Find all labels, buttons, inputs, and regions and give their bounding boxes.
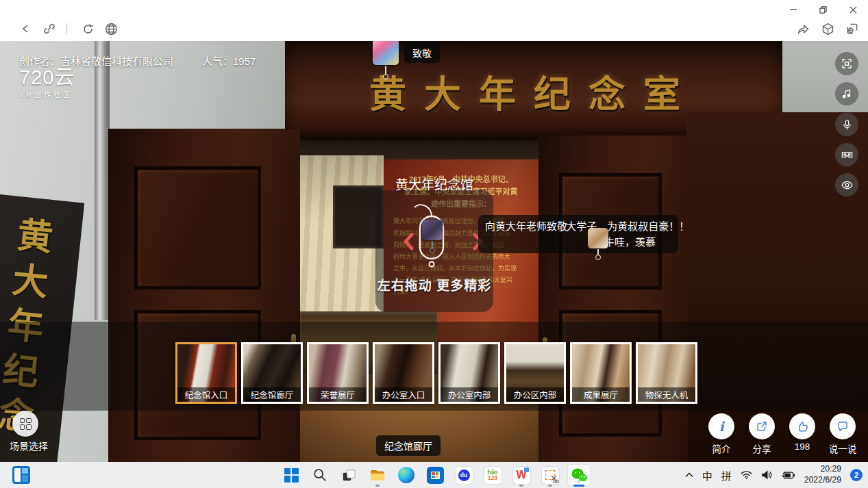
ime-mode-indicator[interactable]: 拼 [721, 468, 732, 483]
baidu-icon: du [456, 467, 473, 484]
thumbnail-scene[interactable]: 纪念馆入口 [175, 342, 237, 404]
float-window-icon[interactable] [844, 21, 860, 37]
creator-info: 创作者：吉林省敬信科技有限公司 人气：1957 [19, 53, 256, 68]
comment-text: 大学子，为黄叔叔自豪！！ [566, 220, 689, 232]
comment-bubble-group[interactable]: 向黄大年老师致敬 大学子，为黄叔叔自豪！！ 牛哇，羡慕 [478, 215, 678, 253]
scene-selector-button[interactable] [12, 411, 38, 437]
comment-text: 向黄大年老师致敬 [485, 220, 567, 232]
toolbar-divider: | [65, 21, 68, 35]
hotspot-pin [385, 66, 386, 75]
windows-taskbar: du hǎo123 W [0, 462, 868, 488]
notification-badge[interactable]: 2 [850, 469, 863, 481]
close-button[interactable] [843, 2, 863, 17]
file-explorer-icon [369, 467, 386, 483]
volume-icon[interactable] [761, 470, 772, 480]
share-icon[interactable] [795, 21, 811, 37]
thumbs-up-icon [789, 413, 815, 439]
wps-icon: W [513, 467, 530, 484]
scene-left-door [108, 129, 300, 462]
drag-hint-panel: 左右拖动 更多精彩 [375, 190, 493, 312]
search-icon [312, 467, 327, 483]
eye-button[interactable] [835, 173, 858, 196]
microphone-button[interactable] [835, 113, 858, 136]
drag-hint-text: 左右拖动 更多精彩 [375, 275, 493, 294]
thumbnail-scene[interactable]: 成果展厅 [570, 342, 632, 404]
microsoft-store-button[interactable] [421, 462, 449, 488]
scene-thumbnail-strip: 纪念馆入口 纪念馆廊厅 荣誉展厅 办公室入口 办公室内部 办公区内部 成果展厅 … [175, 342, 697, 404]
wps-office-button[interactable]: W [507, 462, 536, 488]
scene-metal-pole [95, 41, 110, 320]
minimize-button[interactable] [783, 2, 804, 17]
tribute-avatar[interactable] [373, 39, 399, 65]
thumbnail-scene[interactable]: 纪念馆廊厅 [241, 342, 303, 404]
system-tray: 中 拼 20:29 2022/6/29 2 [685, 462, 868, 488]
taskbar-center-icons: du hǎo123 W [277, 462, 593, 488]
tray-time: 20:29 [804, 464, 841, 475]
link-icon[interactable] [41, 21, 58, 37]
vr-goggles-button[interactable] [835, 143, 858, 166]
comment-avatar[interactable] [422, 220, 443, 240]
share-button[interactable]: 分享 [745, 413, 779, 455]
thumbnail-scene[interactable]: 办公区内部 [504, 342, 566, 404]
snip-tool-button[interactable] [536, 462, 565, 488]
hotspot-pin [597, 249, 599, 255]
grid-icon [20, 418, 32, 430]
comment-avatar-dog[interactable] [588, 228, 608, 248]
ime-language-indicator[interactable]: 中 [702, 468, 712, 483]
hao123-icon: hǎo123 [484, 467, 501, 484]
thumbnail-scene[interactable]: 办公室内部 [438, 342, 500, 404]
popularity-label: 人气：1957 [202, 53, 256, 68]
browser-titlebar: | [0, 0, 868, 41]
task-view-button[interactable] [334, 462, 363, 488]
wechat-button[interactable] [565, 462, 593, 488]
share-box-icon [749, 413, 775, 439]
music-button[interactable] [835, 82, 858, 105]
hotspot-label-gallery[interactable]: 纪念馆廊厅 [376, 435, 441, 456]
scene-selector-label: 场景选择 [3, 439, 55, 452]
fullscreen-button[interactable] [835, 52, 858, 75]
store-icon [427, 467, 444, 484]
cube-3d-icon[interactable] [819, 21, 836, 37]
like-button[interactable]: 198 [785, 413, 819, 455]
scene-right-door [538, 136, 688, 462]
thumbnail-scene[interactable]: 办公室入口 [373, 342, 434, 404]
snip-icon [542, 467, 559, 484]
creator-label: 创作者：吉林省敬信科技有限公司 [19, 53, 173, 68]
comment-button[interactable]: 说一说 [826, 413, 860, 455]
start-button[interactable] [277, 462, 306, 488]
action-bar: i 简介 分享 198 说一说 [704, 413, 860, 455]
thumbnail-scene[interactable]: 物探无人机 [636, 342, 697, 404]
pinned-app-icon[interactable] [12, 466, 30, 484]
restore-button[interactable] [813, 2, 833, 17]
tray-chevron-up[interactable] [685, 472, 693, 478]
scene-interior-ceiling [300, 140, 538, 161]
intro-button[interactable]: i 简介 [704, 413, 739, 455]
comment-text: 牛哇，羡慕 [604, 234, 671, 248]
wechat-icon [571, 467, 588, 483]
battery-icon[interactable] [781, 471, 795, 480]
edge-icon [398, 467, 414, 483]
tray-date: 2022/6/29 [804, 475, 841, 486]
thumbnail-scene[interactable]: 荣誉展厅 [307, 342, 369, 404]
baidu-app-button[interactable]: du [449, 462, 478, 488]
wifi-icon[interactable] [741, 470, 752, 480]
taskbar-clock[interactable]: 20:29 2022/6/29 [804, 464, 841, 486]
search-button[interactable] [306, 462, 334, 488]
refresh-icon[interactable] [79, 21, 96, 37]
globe-icon[interactable] [103, 21, 119, 37]
info-icon: i [719, 419, 723, 434]
windows-logo-icon [284, 468, 299, 483]
720yun-logo: 720云 VR创作社区 [19, 68, 75, 99]
hao123-button[interactable]: hǎo123 [478, 462, 507, 488]
file-explorer-button[interactable] [363, 462, 392, 488]
back-icon[interactable] [18, 21, 34, 37]
speech-bubble-icon [830, 413, 856, 439]
tribute-bubble[interactable]: 致敬 [404, 42, 440, 63]
task-view-icon [341, 467, 357, 483]
edge-browser-button[interactable] [392, 462, 421, 488]
